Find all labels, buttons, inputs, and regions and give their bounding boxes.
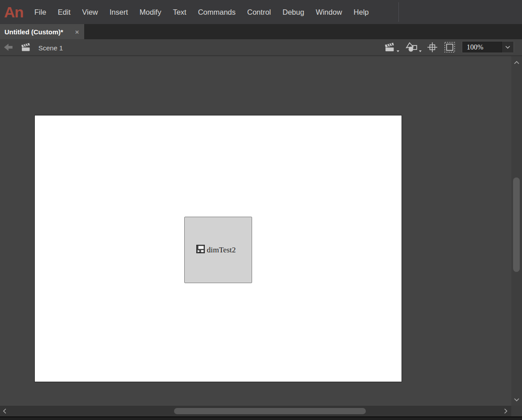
chevron-down-icon	[397, 50, 399, 52]
animate-logo: An	[0, 0, 29, 24]
menu-view[interactable]: View	[76, 0, 104, 24]
back-arrow-icon[interactable]	[3, 42, 14, 52]
menu-file[interactable]: File	[29, 0, 52, 24]
scroll-up-icon[interactable]	[514, 58, 520, 66]
edit-symbols-icon[interactable]	[405, 41, 422, 54]
zoom-level-value[interactable]: 100%	[462, 41, 501, 53]
menu-window[interactable]: Window	[310, 0, 348, 24]
center-frame-icon[interactable]	[427, 41, 438, 54]
component-content: dimTest2	[196, 245, 236, 255]
horizontal-scrollbar[interactable]	[0, 406, 511, 416]
scroll-right-icon[interactable]	[504, 408, 508, 416]
menu-edit[interactable]: Edit	[52, 0, 76, 24]
scrollbar-corner	[511, 406, 522, 416]
clapperboard-icon	[21, 42, 31, 54]
scene-label: Scene 1	[38, 43, 63, 54]
scene-breadcrumb[interactable]: Scene 1	[21, 42, 63, 54]
menu-debug[interactable]: Debug	[277, 0, 310, 24]
menu-items: File Edit View Insert Modify Text Comman…	[29, 0, 374, 24]
menu-commands[interactable]: Commands	[192, 0, 241, 24]
component-label: dimTest2	[207, 245, 236, 255]
scroll-down-icon[interactable]	[514, 395, 520, 404]
tab-untitled-custom[interactable]: Untitled (Custom)* ×	[0, 24, 85, 39]
horizontal-scrollbar-thumb[interactable]	[174, 408, 366, 414]
menu-control[interactable]: Control	[241, 0, 277, 24]
vertical-scrollbar[interactable]	[511, 56, 522, 407]
chevron-down-icon	[419, 50, 422, 52]
vertical-scrollbar-thumb[interactable]	[513, 177, 520, 272]
chevron-down-icon[interactable]	[501, 41, 514, 53]
menu-bar: An File Edit View Insert Modify Text Com…	[0, 0, 522, 24]
menu-text[interactable]: Text	[167, 0, 192, 24]
edit-scene-icon[interactable]	[384, 41, 399, 54]
edit-bar: Scene 1	[0, 39, 522, 56]
scroll-left-icon[interactable]	[3, 408, 7, 416]
close-icon[interactable]: ×	[74, 28, 80, 36]
zoom-level-combo[interactable]: 100%	[462, 41, 514, 53]
clip-content-icon[interactable]	[443, 41, 456, 54]
menu-bar-divider	[398, 2, 399, 22]
menu-modify[interactable]: Modify	[134, 0, 167, 24]
video-component-icon	[196, 245, 205, 255]
tab-title: Untitled (Custom)*	[4, 28, 74, 36]
menu-insert[interactable]: Insert	[104, 0, 134, 24]
component-dimtest2[interactable]: dimTest2	[184, 217, 252, 283]
menu-help[interactable]: Help	[348, 0, 375, 24]
bottom-panel-edge	[0, 416, 522, 420]
document-tab-bar: Untitled (Custom)* ×	[0, 24, 522, 39]
